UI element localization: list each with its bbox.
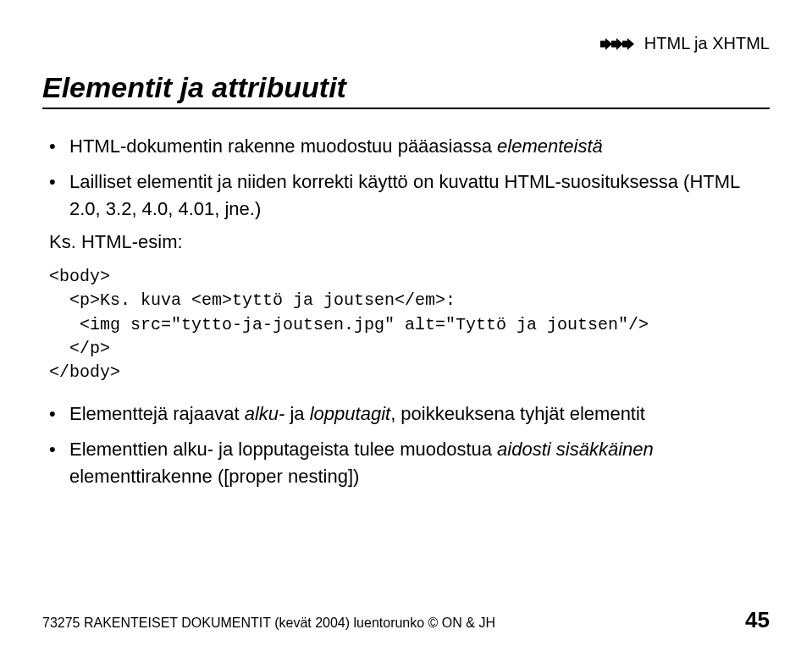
breadcrumb: HTML ja XHTML — [42, 34, 770, 54]
page-title: Elementit ja attribuutit — [42, 71, 770, 104]
text: Lailliset elementit ja niiden korrekti k… — [69, 171, 740, 219]
text: elementtirakenne ([proper nesting]) — [69, 466, 359, 487]
code-block: <body> <p>Ks. kuva <em>tyttö ja joutsen<… — [49, 265, 770, 385]
arrow-right-icon — [601, 35, 634, 54]
text: , poikkeuksena tyhjät elementit — [390, 403, 645, 424]
title-rule — [42, 108, 770, 109]
text: Elementtejä rajaavat — [69, 403, 245, 424]
text: Elementtien alku- ja lopputageista tulee… — [69, 439, 497, 460]
text-em: aidosti sisäkkäinen — [497, 439, 654, 460]
bullet-item: Elementtien alku- ja lopputageista tulee… — [66, 436, 770, 490]
esim-label: Ks. HTML-esim: — [49, 231, 770, 253]
bullet-list-2: Elementtejä rajaavat alku- ja lopputagit… — [42, 400, 770, 490]
text-em: alku- — [245, 403, 285, 424]
text-em: elementeistä — [497, 135, 603, 157]
footer: 73275 RAKENTEISET DOKUMENTIT (kevät 2004… — [42, 607, 770, 633]
bullet-item: Lailliset elementit ja niiden korrekti k… — [66, 168, 770, 223]
bullet-list: HTML-dokumentin rakenne muodostuu pääasi… — [42, 133, 770, 223]
page-number: 45 — [745, 607, 770, 633]
footer-left: 73275 RAKENTEISET DOKUMENTIT (kevät 2004… — [42, 616, 495, 631]
bullet-item: Elementtejä rajaavat alku- ja lopputagit… — [66, 400, 770, 428]
text: ja — [284, 403, 309, 424]
text-em: lopputagit — [310, 403, 390, 424]
text: HTML-dokumentin rakenne muodostuu pääasi… — [69, 135, 497, 157]
breadcrumb-text: HTML ja XHTML — [644, 34, 770, 52]
bullet-item: HTML-dokumentin rakenne muodostuu pääasi… — [66, 133, 770, 160]
